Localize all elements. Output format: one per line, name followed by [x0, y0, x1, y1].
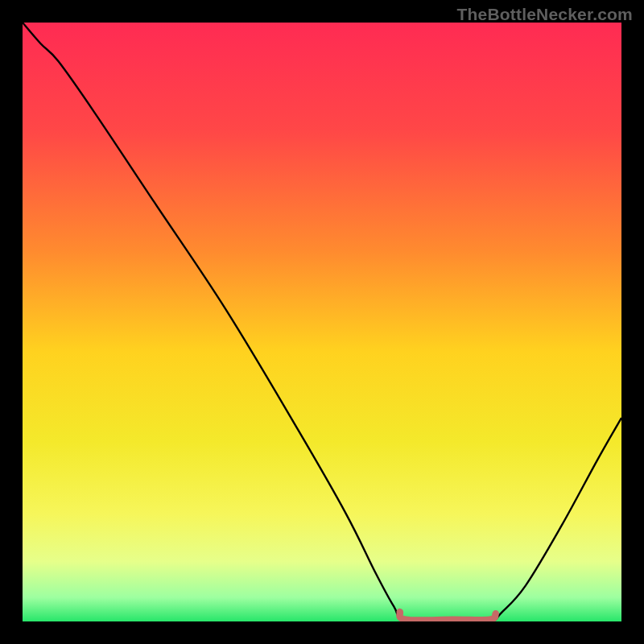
- gradient-rect: [23, 23, 621, 621]
- watermark-label: TheBottleNecker.com: [456, 5, 633, 24]
- chart-svg: [23, 23, 621, 621]
- chart-stage: TheBottleNecker.com: [0, 0, 644, 644]
- plot-area: [23, 23, 621, 621]
